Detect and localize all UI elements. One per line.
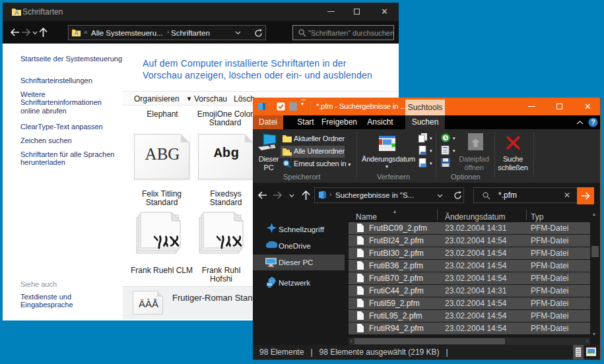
svg-text:?: ? — [591, 119, 595, 126]
svg-text:A: A — [74, 30, 78, 36]
svg-text:A: A — [15, 9, 19, 16]
